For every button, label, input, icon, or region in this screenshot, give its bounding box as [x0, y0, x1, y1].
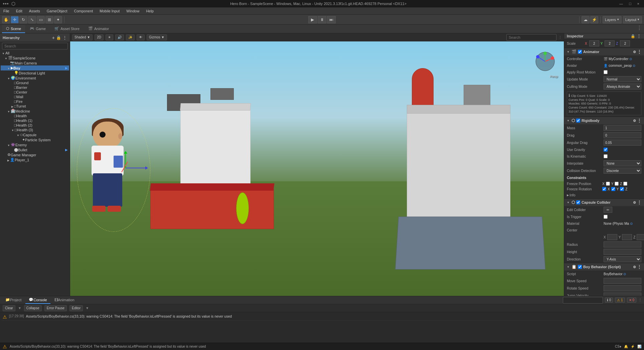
hier-item-wall[interactable]: □ Wall [1, 95, 69, 99]
edit-collider-button[interactable]: ✏ [604, 207, 612, 213]
menu-window[interactable]: Window [125, 8, 141, 14]
hier-item-ground[interactable]: □ Ground [1, 80, 69, 85]
boy-behavior-settings-icon[interactable]: ⚙ [633, 265, 636, 269]
hier-item-center[interactable]: □ Center [1, 90, 69, 95]
tab-asset-store[interactable]: 🛒 Asset Store [50, 25, 84, 33]
editor-button[interactable]: Editor [69, 305, 83, 311]
angular-drag-input[interactable] [604, 140, 641, 146]
minimize-button[interactable]: — [617, 2, 625, 6]
tab-console[interactable]: 💬 Console [25, 296, 50, 304]
status-notification-icon[interactable]: 🔔 [624, 345, 628, 348]
hier-item-directionallight[interactable]: 💡 Directional Light [1, 70, 69, 75]
capsule-enable-checkbox[interactable] [576, 200, 580, 204]
mass-input[interactable] [604, 125, 641, 131]
scene-viewport[interactable]: Shaded ▼ 2D ☀ 🔊 ✨ 👁 Gizmos ▼ ⋮ [70, 33, 564, 296]
rotate-speed-input[interactable]: 75 [604, 285, 641, 291]
material-link-icon[interactable]: ⊙ [630, 222, 633, 225]
hierarchy-search-input[interactable] [2, 43, 68, 49]
transform-tool-button[interactable]: ⊞ [45, 16, 53, 23]
hier-item-barrier[interactable]: □ Barrier [1, 85, 69, 90]
animator-settings-icon[interactable]: ⚙ [633, 50, 636, 54]
menu-gameobject[interactable]: GameObject [45, 8, 69, 14]
animator-enable-checkbox[interactable] [578, 50, 582, 54]
rigidbody-settings-icon[interactable]: ⚙ [633, 119, 636, 123]
scale-z-input[interactable] [620, 40, 630, 46]
menu-component[interactable]: Component [72, 8, 94, 14]
hier-item-turret[interactable]: □ Turret [1, 104, 69, 109]
hier-item-gamemanager[interactable]: ⚙ Game Manager [1, 152, 69, 157]
hier-item-capsule[interactable]: ⬭ Capsule [1, 132, 69, 137]
hierarchy-add-icon[interactable]: + [52, 35, 55, 40]
tab-scene[interactable]: ⬡ Scene [2, 25, 25, 33]
tab-animation[interactable]: 🎞 Animation [51, 296, 78, 304]
pause-button[interactable]: ⏸ [318, 16, 326, 23]
freeze-pos-z-checkbox[interactable] [623, 182, 627, 186]
scene-visibility-button[interactable]: 👁 [137, 34, 145, 40]
center-y-input[interactable]: 0.55 [622, 234, 632, 240]
console-search-input[interactable] [563, 297, 603, 304]
hier-item-enemy[interactable]: 👾 Enemy [1, 142, 69, 147]
custom-tool-button[interactable]: ✦ [54, 16, 62, 23]
is-trigger-checkbox[interactable] [604, 215, 608, 219]
hier-item-fire[interactable]: □ Fire [1, 99, 69, 104]
use-gravity-checkbox[interactable] [604, 148, 608, 152]
center-x-input[interactable]: 0 [607, 234, 617, 240]
shading-mode-dropdown[interactable]: Shaded ▼ [72, 34, 93, 40]
move-speed-input[interactable]: 8 [604, 278, 641, 284]
2d-toggle-button[interactable]: 2D [95, 34, 104, 40]
menu-edit[interactable]: Edit [15, 8, 24, 14]
menu-file[interactable]: File [2, 8, 11, 14]
radius-input[interactable]: 0.2 [604, 241, 641, 247]
inspector-lock-icon[interactable]: 🔒 [631, 34, 635, 38]
console-message-1[interactable]: ⚠ [17:29:38] Assets/Scripts/BoyBehavior.… [1, 314, 643, 321]
close-button[interactable]: × [635, 2, 641, 6]
play-button[interactable]: ▶ [308, 16, 317, 23]
scale-x-input[interactable] [589, 40, 599, 46]
script-link-icon[interactable]: ⊙ [623, 272, 626, 276]
update-mode-dropdown[interactable]: Normal [604, 76, 641, 82]
hier-item-health2[interactable]: □ Health (2) [1, 123, 69, 128]
menu-help[interactable]: Help [145, 8, 155, 14]
culling-mode-dropdown[interactable]: Always Animate [604, 83, 641, 90]
maximize-button[interactable]: □ [627, 2, 633, 6]
step-button[interactable]: ⏭ [327, 16, 336, 23]
collapse-button[interactable]: Collapse [24, 305, 42, 311]
capsule-settings-icon[interactable]: ⚙ [633, 201, 636, 204]
rotate-tool-button[interactable]: ↻ [19, 16, 27, 23]
clear-button[interactable]: Clear [3, 305, 15, 311]
rigidbody-enable-checkbox[interactable] [576, 119, 580, 123]
controller-link-icon[interactable]: ⊙ [629, 57, 632, 61]
hand-tool-button[interactable]: ✋ [2, 16, 10, 23]
hier-item-environment[interactable]: 🌍 Environment [1, 75, 69, 80]
menu-assets[interactable]: Assets [28, 8, 41, 14]
scale-y-input[interactable] [605, 40, 615, 46]
is-kinematic-checkbox[interactable] [604, 154, 608, 158]
hier-item-maincamera[interactable]: 📷 Main Camera [1, 60, 69, 65]
hier-item-health3[interactable]: □ Health (3) [1, 128, 69, 132]
error-pause-button[interactable]: Error Pause [44, 305, 67, 311]
gizmos-dropdown[interactable]: Gizmos ▼ [147, 34, 167, 40]
freeze-rot-x-checkbox[interactable] [602, 187, 606, 191]
hier-item-boy[interactable]: ▶ Boy ▶ [1, 65, 69, 70]
hier-item-health[interactable]: □ Health [1, 114, 69, 118]
freeze-pos-x-checkbox[interactable] [606, 182, 610, 186]
capsule-more-icon[interactable]: ⋮ [637, 200, 641, 205]
layers-dropdown[interactable]: Layers ▼ [603, 16, 622, 23]
menu-mobile-input[interactable]: Mobile Input [98, 8, 121, 14]
direction-dropdown[interactable]: Y-Axis [604, 256, 641, 262]
animator-section-header[interactable]: ▼ 🎬 Animator ⚙ ⋮ [564, 48, 644, 55]
move-tool-button[interactable]: ✛ [11, 16, 19, 23]
scene-gizmo[interactable]: X Y Z [535, 51, 558, 74]
effects-toggle-button[interactable]: ✨ [126, 34, 135, 40]
apply-root-motion-checkbox[interactable] [604, 70, 608, 74]
hier-item-particlesystem[interactable]: ✦ Particle System [1, 137, 69, 142]
freeze-pos-y-checkbox[interactable] [615, 182, 619, 186]
rigidbody-more-icon[interactable]: ⋮ [637, 118, 641, 123]
bottom-more-icon[interactable]: ⋮ [638, 298, 642, 302]
audio-toggle-button[interactable]: 🔊 [115, 34, 124, 40]
hier-item-all[interactable]: All [1, 51, 69, 55]
hierarchy-lock-icon[interactable]: 🔒 [56, 35, 61, 40]
hier-item-player1[interactable]: 👤 Player_1 [1, 157, 69, 162]
hier-item-health1[interactable]: □ Health (1) [1, 118, 69, 123]
viewport-search-input[interactable] [506, 34, 556, 41]
